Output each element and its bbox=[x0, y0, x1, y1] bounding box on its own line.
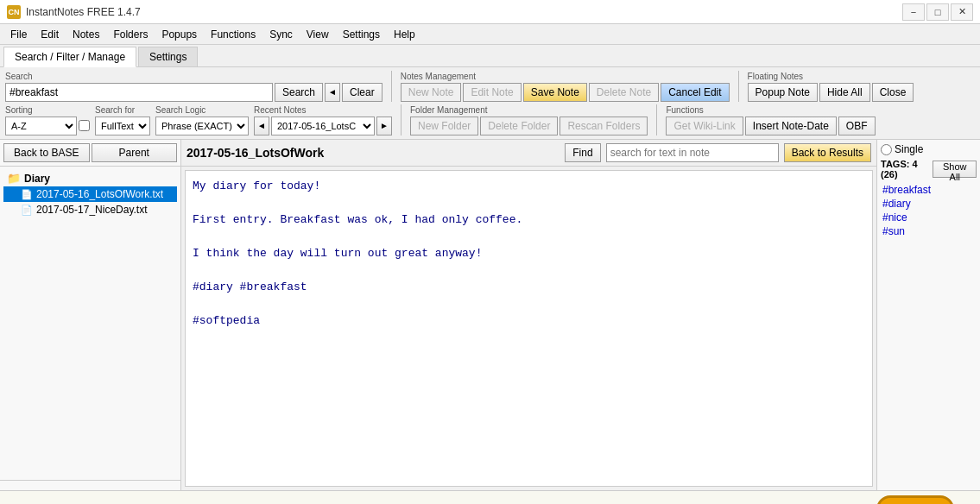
back-to-results-button[interactable]: Back to Results bbox=[784, 143, 871, 162]
floating-notes-group: Floating Notes Popup Note Hide All Close bbox=[748, 72, 914, 102]
menu-item-settings[interactable]: Settings bbox=[336, 26, 387, 43]
folder-icon: 📁 bbox=[7, 172, 21, 185]
main-area: Back to BASE Parent 📁 Diary 📄 2017-05-16… bbox=[0, 140, 980, 490]
sorting-select[interactable]: A-ZZ-ADate ASCDate DESC bbox=[5, 117, 77, 135]
hide-all-button[interactable]: Hide All bbox=[819, 83, 870, 102]
show-all-tags-button[interactable]: Show All bbox=[933, 161, 977, 178]
sep3 bbox=[401, 104, 401, 135]
sorting-group: Sorting A-ZZ-ADate ASCDate DESC bbox=[5, 105, 90, 135]
sidebar: Back to BASE Parent 📁 Diary 📄 2017-05-16… bbox=[0, 140, 181, 490]
titlebar-left: CN InstantNotes FREE 1.4.7 bbox=[7, 5, 141, 19]
tab-1[interactable]: Settings bbox=[138, 47, 198, 66]
floating-notes-controls: Popup Note Hide All Close bbox=[748, 83, 914, 102]
rescan-folders-button[interactable]: Rescan Folders bbox=[560, 117, 648, 135]
floating-notes-label: Floating Notes bbox=[748, 72, 914, 81]
back-arrow-button[interactable]: ◄ bbox=[325, 83, 340, 102]
tags-list: #breakfast#diary#nice#sun bbox=[881, 183, 977, 238]
sorting-checkbox[interactable] bbox=[79, 120, 90, 131]
toolbar: Search Search ◄ Clear Notes Management N… bbox=[0, 67, 980, 140]
new-note-button[interactable]: New Note bbox=[401, 83, 462, 102]
search-for-select[interactable]: FullTextTagsTitle bbox=[95, 117, 150, 135]
search-label: Search bbox=[5, 72, 383, 81]
file-icon: 📄 bbox=[21, 205, 33, 216]
search-input[interactable] bbox=[5, 83, 273, 102]
search-for-group: Search for FullTextTagsTitle bbox=[95, 105, 150, 135]
minimize-button[interactable]: − bbox=[902, 3, 925, 21]
tag-item[interactable]: #nice bbox=[881, 211, 977, 224]
delete-note-button[interactable]: Delete Note bbox=[589, 83, 659, 102]
folder-item[interactable]: 📁 Diary bbox=[3, 170, 177, 186]
delete-folder-button[interactable]: Delete Folder bbox=[480, 117, 558, 135]
folder-label: Diary bbox=[24, 173, 50, 185]
insert-note-date-button[interactable]: Insert Note-Date bbox=[745, 117, 837, 135]
close-button[interactable]: ✕ bbox=[951, 3, 973, 21]
toolbar-row-1: Search Search ◄ Clear Notes Management N… bbox=[5, 71, 975, 102]
search-for-controls: FullTextTagsTitle bbox=[95, 117, 150, 135]
recent-left-button[interactable]: ◄ bbox=[254, 117, 269, 135]
menu-item-sync[interactable]: Sync bbox=[262, 26, 300, 43]
search-logic-select[interactable]: Phrase (EXACT)Any WordAll Words bbox=[155, 117, 249, 135]
menu-item-popups[interactable]: Popups bbox=[155, 26, 204, 43]
tags-header: TAGS: 4 (26) Show All bbox=[881, 159, 977, 180]
find-button[interactable]: Find bbox=[565, 143, 600, 162]
save-note-button[interactable]: Save Note bbox=[523, 83, 587, 102]
search-group: Search Search ◄ Clear bbox=[5, 72, 383, 102]
parent-button[interactable]: Parent bbox=[92, 143, 178, 162]
tag-item[interactable]: #breakfast bbox=[881, 183, 977, 197]
new-folder-button[interactable]: New Folder bbox=[410, 117, 478, 135]
search-logic-controls: Phrase (EXACT)Any WordAll Words bbox=[155, 117, 249, 135]
recent-right-button[interactable]: ► bbox=[376, 117, 392, 135]
functions-label: Functions bbox=[666, 105, 875, 115]
tab-0[interactable]: Search / Filter / Manage bbox=[3, 47, 136, 67]
sorting-controls: A-ZZ-ADate ASCDate DESC bbox=[5, 117, 90, 135]
tag-item[interactable]: #sun bbox=[881, 224, 977, 238]
file-label: 2017-05-17_NiceDay.txt bbox=[36, 204, 148, 216]
menu-item-help[interactable]: Help bbox=[387, 26, 422, 43]
search-button[interactable]: Search bbox=[275, 83, 323, 102]
file-item[interactable]: 📄 2017-05-17_NiceDay.txt bbox=[3, 202, 177, 217]
search-logic-group: Search Logic Phrase (EXACT)Any WordAll W… bbox=[155, 105, 249, 135]
get-wiki-link-button[interactable]: Get Wiki-Link bbox=[666, 117, 743, 135]
note-title: 2017-05-16_LotsOfWork bbox=[187, 146, 560, 160]
sidebar-actions: Back to BASE Parent bbox=[0, 140, 180, 167]
back-to-base-button[interactable]: Back to BASE bbox=[3, 143, 90, 162]
obf-button[interactable]: OBF bbox=[838, 117, 876, 135]
menu-item-edit[interactable]: Edit bbox=[34, 26, 66, 43]
sep2 bbox=[738, 71, 739, 102]
clear-button[interactable]: Clear bbox=[342, 83, 383, 102]
menu-item-notes[interactable]: Notes bbox=[66, 26, 106, 43]
menu-item-folders[interactable]: Folders bbox=[106, 26, 155, 43]
file-label: 2017-05-16_LotsOfWork.txt bbox=[36, 188, 163, 200]
sep4 bbox=[656, 104, 657, 135]
single-radio[interactable] bbox=[881, 144, 892, 155]
popup-note-button[interactable]: Popup Note bbox=[748, 83, 818, 102]
menu-item-functions[interactable]: Functions bbox=[204, 26, 262, 43]
menu-item-file[interactable]: File bbox=[3, 26, 34, 43]
search-controls: Search ◄ Clear bbox=[5, 83, 383, 102]
tag-item[interactable]: #diary bbox=[881, 197, 977, 211]
recent-notes-group: Recent Notes ◄ 2017-05-16_LotsC ► bbox=[254, 105, 392, 135]
sorting-label: Sorting bbox=[5, 105, 90, 115]
notes-management-group: Notes Management New Note Edit Note Save… bbox=[401, 72, 730, 102]
find-input[interactable] bbox=[606, 143, 779, 162]
cancel-edit-button[interactable]: Cancel Edit bbox=[661, 83, 729, 102]
folder-management-group: Folder Management New Folder Delete Fold… bbox=[410, 105, 648, 135]
menu-item-view[interactable]: View bbox=[300, 26, 336, 43]
toolbar-row-2: Sorting A-ZZ-ADate ASCDate DESC Search f… bbox=[5, 104, 975, 135]
tags-single-row: Single bbox=[881, 143, 977, 155]
notes-management-controls: New Note Edit Note Save Note Delete Note… bbox=[401, 83, 730, 102]
recent-notes-select[interactable]: 2017-05-16_LotsC bbox=[271, 117, 375, 135]
notes-management-label: Notes Management bbox=[401, 72, 730, 81]
window-controls: − □ ✕ bbox=[902, 3, 973, 21]
note-content[interactable]: My diary for today! First entry. Breakfa… bbox=[185, 170, 873, 487]
file-item[interactable]: 📄 2017-05-16_LotsOfWork.txt bbox=[3, 186, 177, 202]
edit-note-button[interactable]: Edit Note bbox=[463, 83, 521, 102]
sidebar-scrollbar[interactable] bbox=[0, 480, 180, 490]
close-floating-button[interactable]: Close bbox=[872, 83, 914, 102]
maximize-button[interactable]: □ bbox=[926, 3, 949, 21]
functions-group: Functions Get Wiki-Link Insert Note-Date… bbox=[666, 105, 875, 135]
window-title: InstantNotes FREE 1.4.7 bbox=[26, 6, 141, 18]
search-for-label: Search for bbox=[95, 105, 150, 115]
promo-logo[interactable]: INSTANT Notes bbox=[876, 495, 954, 505]
menubar: FileEditNotesFoldersPopupsFunctionsSyncV… bbox=[0, 24, 980, 45]
